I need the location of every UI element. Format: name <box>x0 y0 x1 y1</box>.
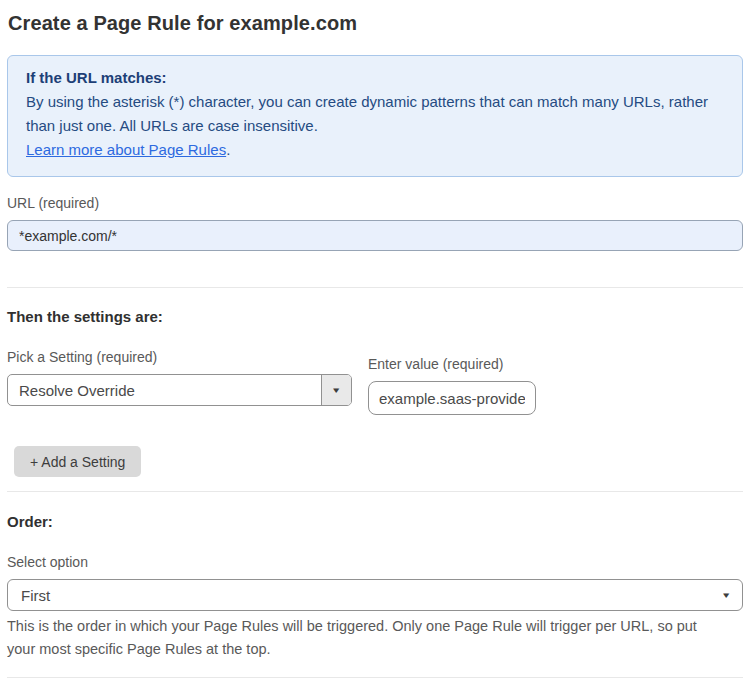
divider <box>7 677 743 678</box>
value-field-label: Enter value (required) <box>368 356 536 372</box>
add-setting-button[interactable]: + Add a Setting <box>14 446 141 477</box>
setting-select-column: Pick a Setting (required) Resolve Overri… <box>7 349 352 406</box>
info-box-heading: If the URL matches: <box>26 66 724 90</box>
chevron-down-icon: ▾ <box>333 386 339 395</box>
setting-select-caret-button[interactable]: ▾ <box>321 375 351 405</box>
order-select-label: Select option <box>7 554 743 570</box>
link-suffix: . <box>226 141 230 158</box>
url-field-label: URL (required) <box>7 195 743 211</box>
setting-value-input[interactable] <box>368 381 536 415</box>
settings-section-heading: Then the settings are: <box>7 308 743 325</box>
divider <box>7 287 743 288</box>
order-select-value: First <box>21 587 724 604</box>
divider <box>7 491 743 492</box>
chevron-down-icon: ▾ <box>724 591 730 600</box>
info-box-link-line: Learn more about Page Rules. <box>26 138 724 162</box>
setting-value-column: Enter value (required) <box>368 349 536 415</box>
url-match-info-box: If the URL matches: By using the asteris… <box>7 55 743 177</box>
setting-select[interactable]: Resolve Override ▾ <box>7 374 352 406</box>
url-input[interactable] <box>7 220 743 251</box>
settings-row: Pick a Setting (required) Resolve Overri… <box>7 349 743 415</box>
setting-select-label: Pick a Setting (required) <box>7 349 352 365</box>
create-page-rule-panel: Create a Page Rule for example.com If th… <box>0 0 750 691</box>
order-select[interactable]: First ▾ <box>7 579 743 611</box>
setting-select-value: Resolve Override <box>8 375 321 405</box>
learn-more-link[interactable]: Learn more about Page Rules <box>26 141 226 158</box>
info-box-body: By using the asterisk (*) character, you… <box>26 90 724 138</box>
page-title: Create a Page Rule for example.com <box>8 12 743 35</box>
order-section-heading: Order: <box>7 513 743 530</box>
order-help-text: This is the order in which your Page Rul… <box>7 615 727 661</box>
